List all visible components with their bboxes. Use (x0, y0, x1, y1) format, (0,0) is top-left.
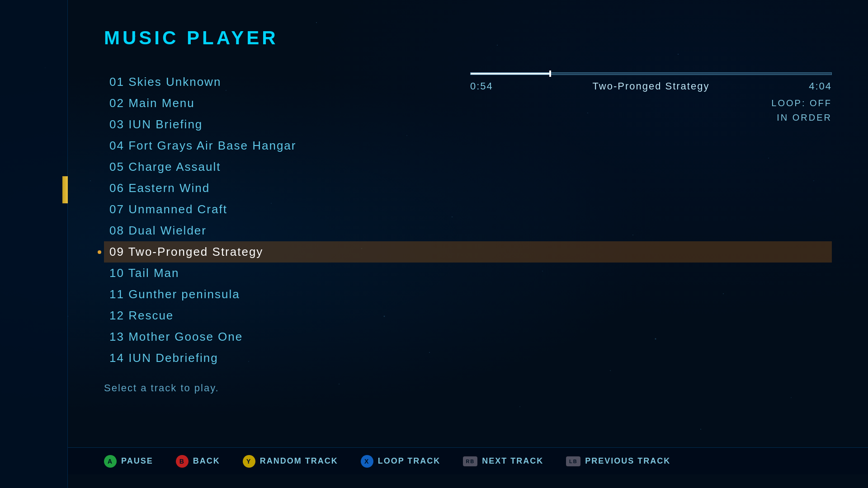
control-label: LOOP TRACK (378, 456, 441, 466)
button-y: Y (243, 455, 255, 468)
player-settings: LOOP: OFF IN ORDER (470, 96, 832, 125)
button-x: X (361, 455, 373, 468)
bottom-controls: APAUSEBBACKYRANDOM TRACKXLOOP TRACKRBNEX… (68, 447, 868, 474)
order-status: IN ORDER (470, 110, 832, 125)
control-loop-track[interactable]: XLOOP TRACK (361, 455, 441, 468)
track-item-05[interactable]: 05 Charge Assault (104, 156, 832, 178)
loop-status: LOOP: OFF (470, 96, 832, 110)
control-back[interactable]: BBACK (176, 455, 220, 468)
player-time-row: 0:54 Two-Pronged Strategy 4:04 (470, 80, 832, 92)
track-item-13[interactable]: 13 Mother Goose One (104, 326, 832, 347)
track-item-10[interactable]: 10 Tail Man (104, 263, 832, 284)
main-content: MUSIC PLAYER 01 Skies Unknown02 Main Men… (68, 0, 868, 488)
button-a: A (104, 455, 117, 468)
track-item-14[interactable]: 14 IUN Debriefing (104, 347, 832, 369)
control-random-track[interactable]: YRANDOM TRACK (243, 455, 338, 468)
track-item-04[interactable]: 04 Fort Grays Air Base Hangar (104, 135, 832, 156)
control-previous-track[interactable]: LBPREVIOUS TRACK (566, 456, 670, 466)
track-item-07[interactable]: 07 Unmanned Craft (104, 199, 832, 220)
select-hint: Select a track to play. (104, 382, 832, 394)
player-current-time: 0:54 (470, 80, 493, 92)
control-label: PAUSE (121, 456, 153, 466)
player-total-time: 4:04 (809, 80, 832, 92)
page-title: MUSIC PLAYER (104, 27, 832, 49)
bumper-rb: RB (463, 456, 477, 466)
track-item-12[interactable]: 12 Rescue (104, 305, 832, 326)
control-label: BACK (193, 456, 220, 466)
progress-bar-container[interactable] (470, 72, 832, 75)
button-b: B (176, 455, 189, 468)
bumper-lb: LB (566, 456, 580, 466)
control-label: PREVIOUS TRACK (585, 456, 670, 466)
sidebar (0, 0, 68, 488)
control-label: RANDOM TRACK (260, 456, 338, 466)
track-item-06[interactable]: 06 Eastern Wind (104, 178, 832, 199)
player-track-name: Two-Pronged Strategy (593, 80, 710, 92)
track-item-11[interactable]: 11 Gunther peninsula (104, 284, 832, 305)
control-label: NEXT TRACK (482, 456, 543, 466)
progress-bar-fill (471, 73, 550, 75)
track-item-08[interactable]: 08 Dual Wielder (104, 220, 832, 241)
track-item-09[interactable]: 09 Two-Pronged Strategy (104, 241, 832, 263)
sidebar-active-indicator (62, 176, 68, 203)
control-next-track[interactable]: RBNEXT TRACK (463, 456, 543, 466)
control-pause[interactable]: APAUSE (104, 455, 153, 468)
player-area: 0:54 Two-Pronged Strategy 4:04 LOOP: OFF… (470, 72, 832, 125)
